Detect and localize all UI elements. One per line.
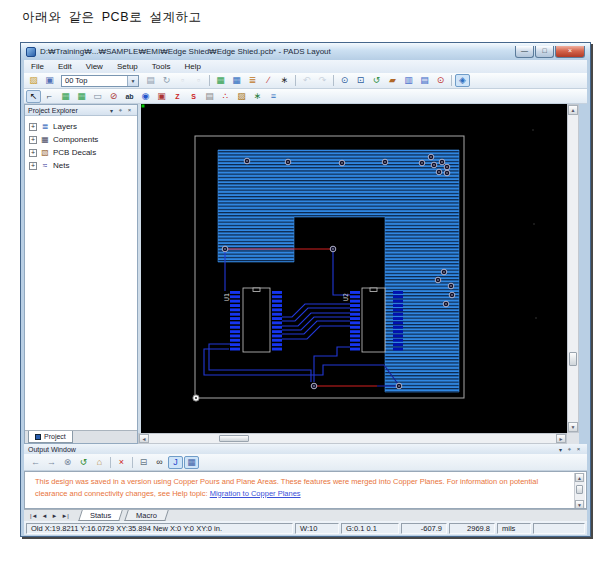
close-button[interactable]: ×	[555, 46, 585, 58]
grid-icon[interactable]: ▦	[229, 74, 244, 87]
autorouter-icon[interactable]: ∗	[277, 74, 292, 87]
sheet-view-icon[interactable]: ▥	[401, 74, 416, 87]
copper-pour-icon[interactable]: ◉	[138, 90, 153, 103]
scroll-left-icon[interactable]: ◄	[139, 434, 149, 443]
script-icon[interactable]: J	[168, 456, 183, 469]
circle-slash-icon[interactable]: ⊘	[106, 90, 121, 103]
expand-plus-icon[interactable]: +	[29, 123, 37, 131]
net-lines-icon[interactable]: ≡	[266, 90, 281, 103]
origin-marker	[142, 105, 145, 108]
copy-icon[interactable]: ▫	[191, 74, 206, 87]
canvas-horizontal-scrollbar[interactable]: ◄ ►	[138, 433, 567, 444]
menu-view[interactable]: View	[79, 60, 110, 73]
scroll-up-icon[interactable]: ▲	[568, 105, 578, 115]
route-s-icon[interactable]: S	[186, 90, 201, 103]
board-outline-icon[interactable]: ▦	[58, 90, 73, 103]
close-icon[interactable]: ×	[125, 107, 134, 113]
text-icon[interactable]: ab	[122, 90, 137, 103]
scroll-down-icon[interactable]: ▼	[568, 422, 578, 432]
pin-icon[interactable]: ⌖	[116, 107, 125, 114]
drafting-toolbar: ↖⌐▦▦▭⊘ab◉▣ZS▤∴▨∗≡	[24, 89, 587, 104]
save-icon[interactable]: ▣	[42, 74, 57, 87]
tab-macro[interactable]: Macro	[124, 510, 168, 521]
copy-doc-icon[interactable]: ▭	[90, 90, 105, 103]
restore-button[interactable]: □	[535, 46, 554, 58]
board-view-icon[interactable]: ▤	[417, 74, 432, 87]
scroll-right-icon[interactable]: ►	[556, 434, 566, 443]
first-tab-icon[interactable]: |◄	[30, 513, 38, 519]
scroll-up-icon[interactable]: ▲	[575, 473, 584, 482]
ic-u1-body[interactable]	[243, 288, 270, 352]
output-vscroll-thumb[interactable]	[576, 485, 583, 494]
design-canvas[interactable]: U1 U2	[141, 104, 567, 433]
home-icon[interactable]: ⌂	[92, 456, 107, 469]
chevron-down-icon[interactable]: ▾	[107, 107, 116, 114]
tree-item-layers[interactable]: + ≣ Layers	[25, 120, 137, 133]
note-icon[interactable]: ▤	[202, 90, 217, 103]
chevron-down-icon[interactable]: ▼	[127, 76, 138, 86]
brush-icon[interactable]: ▰	[385, 74, 400, 87]
last-tab-icon[interactable]: ►|	[61, 513, 69, 519]
mixed-plan-icon[interactable]: ∗	[250, 90, 265, 103]
ic-u2-body[interactable]	[362, 288, 385, 352]
print-icon[interactable]: ⊟	[136, 456, 151, 469]
drafting-icon[interactable]: ⌐	[42, 90, 57, 103]
titlebar[interactable]: D:₩Training₩...₩SAMPLE₩EMI₩Edge Shied₩Ed…	[21, 43, 590, 60]
minimize-button[interactable]: —	[515, 46, 534, 58]
close-icon[interactable]: ×	[574, 446, 583, 452]
find-icon[interactable]: ∞	[152, 456, 167, 469]
board-redraw-icon[interactable]: ↺	[369, 74, 384, 87]
expand-plus-icon[interactable]: +	[29, 162, 37, 170]
tab-project[interactable]: Project	[28, 431, 73, 443]
display-colors-icon[interactable]: ▦	[213, 74, 228, 87]
forward-icon[interactable]: →	[44, 456, 59, 469]
menu-help[interactable]: Help	[177, 60, 207, 73]
route-z-icon[interactable]: Z	[170, 90, 185, 103]
chevron-down-icon[interactable]: ▾	[556, 446, 565, 453]
stop-icon[interactable]: ⊗	[60, 456, 75, 469]
layers-icon[interactable]: ≣	[245, 74, 260, 87]
expand-plus-icon[interactable]: +	[29, 136, 37, 144]
select-icon[interactable]: ↖	[26, 90, 41, 103]
grid-view-icon[interactable]: ▦	[184, 456, 199, 469]
dot-grid-icon[interactable]: ∴	[218, 90, 233, 103]
canvas-vertical-scrollbar[interactable]: ▲ ▼	[567, 104, 579, 433]
menu-edit[interactable]: Edit	[51, 60, 79, 73]
back-icon[interactable]: ←	[28, 456, 43, 469]
menu-tools[interactable]: Tools	[145, 60, 178, 73]
clear-icon[interactable]: ×	[114, 456, 129, 469]
refresh-icon[interactable]: ↺	[76, 456, 91, 469]
layer-selector[interactable]: 00 Top ▼	[61, 75, 139, 87]
open-icon[interactable]: ▨	[26, 74, 41, 87]
zoom-selection-icon[interactable]: ⊙	[433, 74, 448, 87]
cut-icon[interactable]: ▫	[175, 74, 190, 87]
pin-icon[interactable]: ⌖	[565, 446, 574, 453]
migration-help-link[interactable]: Migration to Copper Planes	[210, 489, 301, 498]
verify-design-icon[interactable]: ◈	[455, 74, 470, 87]
archive-icon[interactable]: ▨	[234, 90, 249, 103]
prev-tab-icon[interactable]: ◄	[42, 513, 48, 519]
tab-status[interactable]: Status	[78, 510, 123, 521]
status-bar: Old X:19.8211 Y:16.0729 XY:35.894 New X:…	[24, 521, 587, 535]
tree-item-pcb-decals[interactable]: + ▧ PCB Decals	[25, 146, 137, 159]
menu-file[interactable]: File	[24, 60, 51, 73]
add-route-icon[interactable]: ∕	[261, 74, 276, 87]
properties-icon[interactable]: ▤	[143, 74, 158, 87]
redraw-icon[interactable]: ↻	[159, 74, 174, 87]
tree-item-components[interactable]: + ▦ Components	[25, 133, 137, 146]
menu-setup[interactable]: Setup	[110, 60, 145, 73]
decal-icon[interactable]: ▣	[154, 90, 169, 103]
expand-plus-icon[interactable]: +	[29, 149, 37, 157]
redo-icon[interactable]: ↷	[315, 74, 330, 87]
undo-icon[interactable]: ↶	[299, 74, 314, 87]
tree-item-nets[interactable]: + ≈ Nets	[25, 159, 137, 172]
output-vertical-scrollbar[interactable]: ▲ ▼	[574, 473, 585, 509]
zoom-window-icon[interactable]: ⊡	[353, 74, 368, 87]
zoom-icon[interactable]: ⊙	[337, 74, 352, 87]
keepout-icon[interactable]: ▦	[74, 90, 89, 103]
tree-item-icon: ≈	[40, 161, 50, 170]
hscroll-thumb[interactable]	[219, 435, 249, 442]
next-tab-icon[interactable]: ►	[51, 513, 57, 519]
scroll-down-icon[interactable]: ▼	[575, 500, 584, 509]
vscroll-thumb[interactable]	[569, 352, 577, 366]
